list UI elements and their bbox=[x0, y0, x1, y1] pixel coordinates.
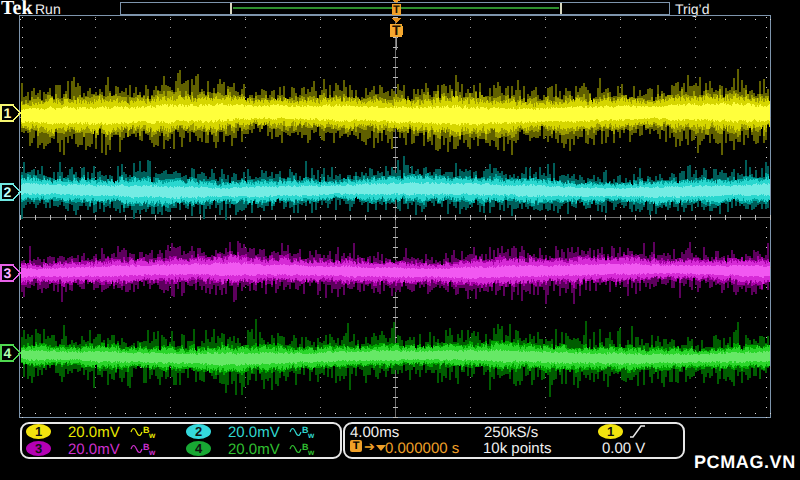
svg-text:w: w bbox=[307, 448, 315, 457]
svg-text:w: w bbox=[148, 431, 156, 440]
svg-text:1: 1 bbox=[4, 105, 12, 121]
svg-text:4: 4 bbox=[4, 345, 12, 361]
svg-text:w: w bbox=[307, 431, 315, 440]
svg-text:3: 3 bbox=[4, 265, 12, 281]
svg-text:2: 2 bbox=[4, 184, 12, 200]
svg-text:T: T bbox=[392, 22, 401, 38]
svg-text:T: T bbox=[393, 4, 400, 16]
svg-text:w: w bbox=[148, 448, 156, 457]
